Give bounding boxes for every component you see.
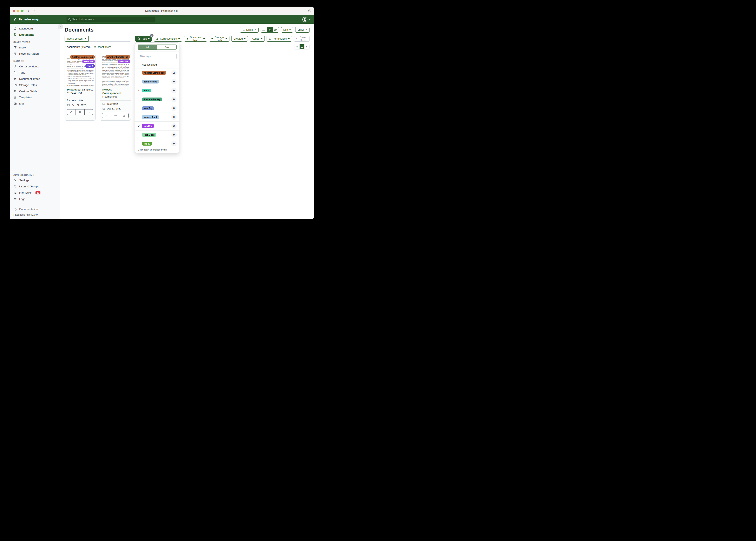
minimize-window-button[interactable]	[17, 10, 19, 12]
edit-button[interactable]	[67, 109, 76, 115]
tag-pill[interactable]: Another Sample Tag	[105, 55, 130, 59]
share-icon[interactable]	[308, 9, 311, 13]
filter-tags-input[interactable]	[138, 54, 177, 59]
sidebar-item-file-tasks[interactable]: File Tasks 16	[10, 190, 60, 196]
next-page-button[interactable]: »	[304, 44, 309, 49]
user-menu[interactable]	[302, 17, 311, 22]
added-filter-button[interactable]: Added	[250, 36, 265, 42]
tag-option[interactable]: Just another tag 0	[135, 95, 179, 104]
created-date-value: Dec 31, 1832	[107, 107, 121, 110]
funnel-icon	[13, 46, 17, 49]
funnel-icon	[13, 52, 17, 55]
view-button[interactable]	[111, 113, 120, 118]
grid-view-icon	[268, 28, 271, 31]
tags-match-all-button[interactable]: All	[138, 45, 157, 50]
tag-option[interactable]: ✓ NewOne 2	[135, 122, 179, 130]
tag-count: 0	[171, 97, 177, 102]
close-window-button[interactable]	[13, 10, 15, 12]
chevron-down-icon	[226, 38, 227, 39]
storage-path-label: Storage path	[214, 36, 224, 42]
tag-pill[interactable]: Another Sample Tag	[70, 55, 95, 59]
zoom-window-button[interactable]	[21, 10, 24, 12]
document-type-filter-button[interactable]: Document type	[184, 36, 207, 42]
sidebar-item-inbox[interactable]: Inbox	[10, 44, 60, 51]
tag-option[interactable]: New Tag 0	[135, 104, 179, 113]
tag-option-not-assigned[interactable]: Not assigned	[135, 61, 179, 68]
tags-filter-label: Tags	[141, 37, 147, 40]
sidebar-item-custom-fields[interactable]: Custom Fields	[10, 88, 60, 94]
brand[interactable]: Paperless-ngx	[13, 18, 66, 21]
list-view-button[interactable]	[261, 27, 267, 32]
exclude-x-icon: ✕	[137, 89, 140, 92]
title-content-search-input[interactable]	[89, 36, 131, 42]
grid-view-button[interactable]	[267, 27, 273, 32]
tag-option[interactable]: Tag 12 0	[135, 139, 179, 148]
tag-pill[interactable]: NewOne	[82, 60, 95, 63]
tag-count: 0	[171, 79, 177, 84]
tag-option[interactable]: ✓ Another Sample Tag 2	[135, 68, 179, 77]
view-button[interactable]	[76, 109, 84, 115]
pencil-icon	[70, 111, 73, 113]
tag-option[interactable]: Newest Tag 2 0	[135, 113, 179, 122]
sidebar-item-users-groups[interactable]: Users & Groups	[10, 183, 60, 190]
sidebar-item-label: Documents	[19, 33, 34, 36]
reset-filters-button[interactable]: × Reset filters	[294, 36, 309, 42]
title-content-selector-button[interactable]: Title & content	[65, 36, 89, 42]
administration-header: ADMINISTRATION	[10, 171, 60, 177]
sidebar-item-document-types[interactable]: # Document Types	[10, 76, 60, 82]
forward-icon[interactable]	[33, 9, 35, 12]
sidebar-collapse-button[interactable]: «	[58, 24, 63, 29]
download-button[interactable]	[85, 109, 93, 115]
sidebar-item-mail[interactable]: Mail	[10, 100, 60, 107]
tag-option[interactable]: Partial Tag 0	[135, 130, 179, 139]
detail-view-button[interactable]	[273, 27, 279, 32]
download-button[interactable]	[120, 113, 129, 118]
sidebar-item-correspondents[interactable]: Correspondents	[10, 63, 60, 70]
tag-option[interactable]: ✕ Inbox 0	[135, 86, 179, 95]
document-card[interactable]: Another Sample Tag NewOne Tag 2 Adobe Ac…	[65, 54, 96, 121]
reset-filters-link[interactable]: × Reset filters	[94, 45, 111, 48]
sidebar-item-templates[interactable]: Templates	[10, 94, 60, 100]
sidebar-item-documentation[interactable]: Documentation	[10, 206, 60, 212]
correspondent-filter-button[interactable]: Correspondent	[154, 36, 182, 42]
traffic-lights	[13, 10, 24, 12]
tag-pill: New Tag	[142, 106, 154, 110]
sidebar-item-label: File Tasks	[19, 191, 32, 194]
sidebar-item-recently-added[interactable]: Recently Added	[10, 51, 60, 57]
document-title[interactable]: Private: pdf-sample 1 11.24.48 PM	[65, 86, 95, 97]
macos-titlebar: Documents - Paperless-ngx	[10, 7, 314, 15]
sidebar-item-documents[interactable]: Documents	[10, 32, 60, 38]
sidebar-item-storage-paths[interactable]: Storage Paths	[10, 82, 60, 88]
tag-icon	[13, 71, 17, 74]
tag-pill[interactable]: Tag 2	[85, 64, 95, 68]
prev-page-button[interactable]: «	[294, 44, 299, 49]
tag-pill: NewOne	[142, 124, 154, 128]
created-filter-button[interactable]: Created	[231, 36, 248, 42]
sidebar-item-label: Users & Groups	[19, 185, 39, 188]
check-icon: ✓	[137, 125, 140, 127]
document-title[interactable]: Newest Correspondent: f_combineds	[100, 86, 131, 101]
edit-button[interactable]	[102, 113, 111, 118]
views-button[interactable]: Views	[295, 27, 309, 33]
tags-filter-button[interactable]: Tags	[135, 36, 152, 42]
tag-pill[interactable]: NewOne	[118, 60, 130, 63]
sidebar-item-settings[interactable]: Settings	[10, 177, 60, 183]
page-1-button[interactable]: 1	[299, 44, 304, 49]
sidebar-item-label: Inbox	[19, 46, 26, 49]
permissions-filter-button[interactable]: Permissions	[267, 36, 292, 42]
sidebar-item-logs[interactable]: Logs	[10, 196, 60, 202]
created-label: Created	[234, 37, 243, 40]
correspondent-label: Correspondent	[160, 37, 177, 40]
sort-button[interactable]: Sort	[281, 27, 293, 33]
select-button[interactable]: Select	[240, 27, 259, 33]
storage-path-filter-button[interactable]: Storage path	[209, 36, 229, 42]
tag-count: 0	[171, 106, 177, 111]
document-card[interactable]: Another Sample Tag NewOne Lorem ipsum do…	[100, 54, 131, 121]
sidebar-item-tags[interactable]: Tags	[10, 70, 60, 76]
back-icon[interactable]	[27, 9, 30, 12]
search-input[interactable]	[66, 17, 155, 22]
tag-count: 2	[171, 123, 177, 129]
tags-match-any-button[interactable]: Any	[157, 45, 176, 50]
sidebar-item-dashboard[interactable]: Dashboard	[10, 25, 60, 32]
tag-option[interactable]: double-sided 0	[135, 77, 179, 86]
